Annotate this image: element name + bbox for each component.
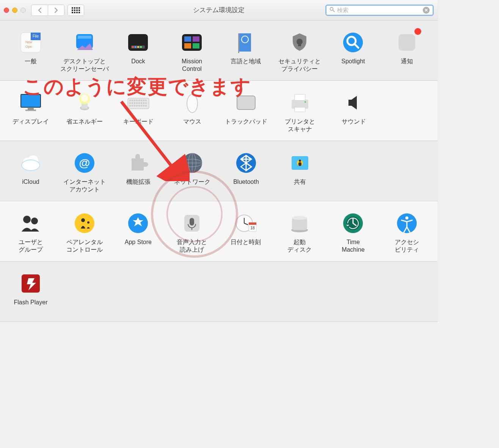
- pref-extensions[interactable]: 機能拡張: [111, 149, 165, 196]
- pref-label: MissionControl: [182, 58, 202, 74]
- pref-timemachine[interactable]: TimeMachine: [326, 209, 380, 256]
- svg-rect-66: [295, 94, 305, 100]
- internet-icon: @: [72, 150, 97, 176]
- pref-displays[interactable]: ディスプレイ: [4, 88, 58, 135]
- pref-appstore[interactable]: App Store: [111, 209, 165, 256]
- svg-rect-13: [135, 46, 137, 48]
- pref-printers[interactable]: プリンタとスキャナ: [273, 88, 327, 135]
- pref-label: Bluetooth: [233, 178, 259, 194]
- chevron-right-icon: [54, 7, 58, 13]
- svg-rect-57: [134, 105, 135, 107]
- svg-point-107: [405, 216, 408, 219]
- svg-point-86: [31, 218, 38, 224]
- window-title: システム環境設定: [193, 6, 245, 14]
- svg-rect-12: [132, 46, 134, 48]
- svg-rect-39: [129, 100, 131, 101]
- search-field[interactable]: ✕: [325, 5, 434, 16]
- pref-general[interactable]: FileNewOpe一般: [4, 28, 58, 75]
- pref-mouse[interactable]: マウス: [165, 88, 219, 135]
- svg-rect-52: [141, 102, 142, 104]
- svg-rect-84: [298, 162, 301, 166]
- pref-label: 起動ディスク: [287, 238, 312, 254]
- pref-dock[interactable]: Dock: [111, 28, 165, 75]
- svg-rect-8: [78, 36, 91, 39]
- pref-network[interactable]: ネットワーク: [165, 149, 219, 196]
- pref-sound[interactable]: サウンド: [327, 88, 381, 135]
- pref-parental[interactable]: ペアレンタルコントロール: [58, 209, 111, 256]
- dock-icon: [125, 30, 151, 55]
- svg-point-88: [81, 218, 85, 222]
- pref-internet[interactable]: @インターネットアカウント: [58, 149, 111, 196]
- pref-keyboard[interactable]: キーボード: [111, 88, 165, 135]
- displays-icon: [18, 90, 44, 116]
- parental-icon: [72, 210, 97, 236]
- pref-label: ディスプレイ: [13, 118, 49, 134]
- show-all-button[interactable]: [67, 5, 84, 16]
- system-preferences-window: システム環境設定 ✕ FileNewOpe一般デスクトップとスクリーンセーバDo…: [0, 0, 438, 322]
- grid-icon: [72, 7, 80, 13]
- nav-buttons: [31, 5, 64, 16]
- pref-flash[interactable]: Flash Player: [4, 269, 58, 316]
- timemachine-icon: [340, 210, 366, 236]
- pref-startup[interactable]: 起動ディスク: [273, 209, 326, 256]
- pref-sharing[interactable]: 共有: [273, 149, 327, 196]
- maximize-button[interactable]: [20, 8, 26, 13]
- search-input[interactable]: [337, 7, 423, 13]
- general-icon: FileNewOpe: [18, 30, 44, 55]
- pref-desktop[interactable]: デスクトップとスクリーンセーバ: [58, 28, 111, 75]
- clear-icon[interactable]: ✕: [423, 7, 430, 14]
- startup-icon: [287, 210, 312, 236]
- pref-icloud[interactable]: iCloud: [4, 149, 58, 196]
- svg-point-71: [28, 155, 38, 166]
- chevron-left-icon: [38, 7, 42, 13]
- mouse-icon: [179, 90, 205, 116]
- network-icon: [179, 150, 205, 176]
- pref-trackpad[interactable]: トラックパッド: [219, 88, 273, 135]
- datetime-icon: 18: [233, 210, 259, 236]
- pref-label: 音声入力と読み上げ: [177, 238, 207, 254]
- pref-accessibility[interactable]: アクセシビリティ: [380, 209, 434, 256]
- svg-rect-98: [249, 222, 256, 225]
- svg-rect-56: [132, 105, 133, 107]
- svg-rect-33: [25, 110, 36, 111]
- back-button[interactable]: [31, 5, 48, 16]
- svg-rect-62: [145, 105, 147, 107]
- svg-rect-48: [132, 102, 133, 104]
- pref-users[interactable]: ユーザとグループ: [4, 209, 58, 256]
- pref-mission[interactable]: MissionControl: [165, 28, 219, 75]
- svg-point-87: [75, 213, 94, 233]
- svg-rect-61: [143, 105, 144, 107]
- mission-icon: [179, 30, 205, 55]
- pref-dictation[interactable]: 音声入力と読み上げ: [165, 209, 219, 256]
- pref-bluetooth[interactable]: Bluetooth: [219, 149, 273, 196]
- svg-rect-44: [141, 100, 142, 101]
- svg-rect-47: [129, 102, 131, 104]
- pref-section-4: Flash Player: [0, 262, 438, 322]
- pref-label: トラックパッド: [225, 118, 267, 134]
- pref-label: マウス: [183, 118, 201, 134]
- svg-rect-67: [295, 107, 305, 112]
- svg-rect-43: [138, 100, 140, 101]
- sound-icon: [341, 90, 367, 116]
- pref-label: ネットワーク: [174, 178, 210, 194]
- svg-rect-46: [145, 100, 147, 101]
- forward-button[interactable]: [48, 5, 64, 16]
- pref-security[interactable]: セキュリティとプライバシー: [273, 28, 326, 75]
- minimize-button[interactable]: [12, 8, 17, 13]
- pref-spotlight[interactable]: Spotlight: [326, 28, 380, 75]
- pref-label: 言語と地域: [231, 58, 261, 74]
- svg-point-102: [292, 216, 307, 220]
- svg-text:Ope: Ope: [25, 45, 32, 49]
- svg-rect-32: [28, 108, 34, 110]
- pref-energy[interactable]: 省エネルギー: [58, 88, 111, 135]
- pref-label: 一般: [25, 58, 37, 74]
- pref-label: アクセシビリティ: [395, 238, 419, 254]
- pref-language[interactable]: 言語と地域: [219, 28, 273, 75]
- close-button[interactable]: [4, 8, 9, 13]
- pref-label: ユーザとグループ: [19, 238, 43, 254]
- svg-point-85: [23, 216, 31, 223]
- trackpad-icon: [233, 90, 259, 116]
- svg-rect-17: [184, 36, 191, 42]
- pref-notifications[interactable]: 通知: [380, 28, 434, 75]
- pref-datetime[interactable]: 18日付と時刻: [219, 209, 273, 256]
